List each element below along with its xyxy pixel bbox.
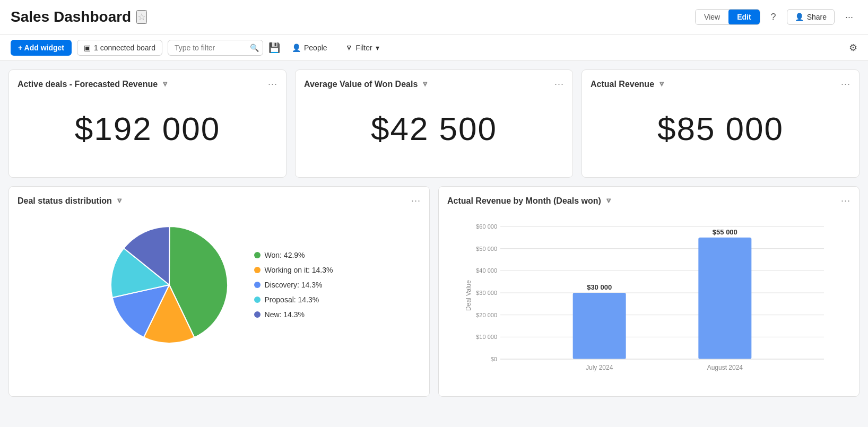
svg-text:$55 000: $55 000 <box>713 228 737 236</box>
legend-label: Discovery: 14.3% <box>265 281 323 289</box>
legend-label: Proposal: 14.3% <box>265 295 319 304</box>
actual-revenue-menu-button[interactable]: ··· <box>841 79 850 90</box>
star-button[interactable]: ☆ <box>136 10 147 24</box>
active-deals-menu-button[interactable]: ··· <box>268 79 277 90</box>
top-row: Active deals - Forecasted Revenue ⛛ ··· … <box>8 69 860 178</box>
share-icon: 👤 <box>795 13 804 21</box>
svg-text:$40 000: $40 000 <box>476 267 497 274</box>
bar-chart-area: Deal Value$0$10 000$20 000$30 000$40 000… <box>447 211 850 388</box>
active-deals-widget: Active deals - Forecasted Revenue ⛛ ··· … <box>8 69 287 178</box>
pie-legend: Won: 42.9%Working on it: 14.3%Discovery:… <box>254 251 333 319</box>
legend-item: Proposal: 14.3% <box>254 295 333 304</box>
connected-board-label: 1 connected board <box>94 43 155 52</box>
legend-item: Won: 42.9% <box>254 251 333 259</box>
save-icon-button[interactable]: 💾 <box>268 42 280 54</box>
header-right: View Edit ? 👤 Share ··· <box>695 9 857 25</box>
actual-revenue-header: Actual Revenue ⛛ ··· <box>591 79 850 90</box>
svg-text:Deal Value: Deal Value <box>465 280 472 311</box>
svg-text:July 2024: July 2024 <box>586 364 613 371</box>
svg-text:$60 000: $60 000 <box>476 223 497 230</box>
active-deals-filter-icon: ⛛ <box>162 80 169 88</box>
legend-dot <box>254 252 261 258</box>
page-title: Sales Dashboard <box>11 8 131 25</box>
deal-status-filter-icon: ⛛ <box>116 197 123 205</box>
legend-label: Working on it: 14.3% <box>265 266 333 274</box>
share-button[interactable]: 👤 Share <box>787 9 835 25</box>
pie-chart <box>106 221 233 348</box>
deal-status-title: Deal status distribution ⛛ <box>18 196 123 206</box>
deal-status-menu-button[interactable]: ··· <box>411 195 421 206</box>
svg-text:$0: $0 <box>491 356 497 362</box>
avg-value-widget: Average Value of Won Deals ⛛ ··· $42 500 <box>295 69 573 178</box>
active-deals-value: $192 000 <box>18 94 277 169</box>
deal-status-widget: Deal status distribution ⛛ ··· Won: 42.9… <box>8 186 430 397</box>
filter-button[interactable]: ⛛ Filter ▾ <box>339 40 386 55</box>
avg-value-header: Average Value of Won Deals ⛛ ··· <box>304 79 564 90</box>
actual-revenue-filter-icon: ⛛ <box>658 80 665 88</box>
bottom-row: Deal status distribution ⛛ ··· Won: 42.9… <box>8 186 860 397</box>
legend-dot <box>254 297 261 303</box>
avg-value-title: Average Value of Won Deals ⛛ <box>304 80 429 89</box>
active-deals-title: Active deals - Forecasted Revenue ⛛ <box>18 80 169 89</box>
active-deals-header: Active deals - Forecasted Revenue ⛛ ··· <box>18 79 277 90</box>
toolbar: + Add widget ▣ 1 connected board 🔍 💾 👤 P… <box>0 34 868 61</box>
revenue-by-month-widget: Actual Revenue by Month (Deals won) ⛛ ··… <box>438 186 860 397</box>
avg-value-filter-icon: ⛛ <box>422 80 429 88</box>
avg-value-value: $42 500 <box>304 94 564 169</box>
dashboard-content: Active deals - Forecasted Revenue ⛛ ··· … <box>0 61 868 405</box>
legend-label: Won: 42.9% <box>265 251 305 259</box>
revenue-by-month-title: Actual Revenue by Month (Deals won) ⛛ <box>447 196 612 206</box>
header-left: Sales Dashboard ☆ <box>11 8 147 25</box>
help-button[interactable]: ? <box>767 10 780 25</box>
svg-text:$20 000: $20 000 <box>476 312 497 318</box>
more-options-button[interactable]: ··· <box>841 10 857 25</box>
legend-dot <box>254 267 261 273</box>
legend-item: New: 14.3% <box>254 310 333 319</box>
svg-text:$50 000: $50 000 <box>476 246 497 252</box>
edit-button[interactable]: Edit <box>728 10 759 24</box>
svg-text:August 2024: August 2024 <box>707 364 743 371</box>
revenue-by-month-menu-button[interactable]: ··· <box>841 195 850 206</box>
svg-rect-18 <box>698 238 751 359</box>
svg-rect-15 <box>573 293 626 359</box>
svg-text:$30 000: $30 000 <box>587 283 612 291</box>
svg-text:$10 000: $10 000 <box>476 334 497 340</box>
legend-dot <box>254 282 261 288</box>
deal-status-header: Deal status distribution ⛛ ··· <box>18 195 421 206</box>
add-widget-button[interactable]: + Add widget <box>11 40 72 56</box>
actual-revenue-title: Actual Revenue ⛛ <box>591 80 665 89</box>
filter-chevron-icon: ▾ <box>376 43 379 52</box>
view-edit-group: View Edit <box>695 9 760 25</box>
people-button[interactable]: 👤 People <box>285 40 334 55</box>
view-button[interactable]: View <box>696 10 728 24</box>
filter-label: Filter <box>356 43 372 52</box>
bar-chart: Deal Value$0$10 000$20 000$30 000$40 000… <box>447 216 850 386</box>
actual-revenue-value: $85 000 <box>591 94 850 169</box>
legend-item: Working on it: 14.3% <box>254 266 333 274</box>
people-icon: 👤 <box>292 43 301 52</box>
filter-input[interactable] <box>168 40 263 56</box>
svg-text:$30 000: $30 000 <box>476 290 497 296</box>
toolbar-right: ⚙ <box>849 42 857 54</box>
filter-input-wrap: 🔍 <box>168 40 263 56</box>
revenue-by-month-filter-icon: ⛛ <box>605 197 612 205</box>
share-label: Share <box>807 13 827 21</box>
pie-container: Won: 42.9%Working on it: 14.3%Discovery:… <box>18 211 421 359</box>
revenue-by-month-header: Actual Revenue by Month (Deals won) ⛛ ··… <box>447 195 850 206</box>
legend-label: New: 14.3% <box>265 310 305 319</box>
search-icon: 🔍 <box>250 43 259 52</box>
legend-dot <box>254 311 261 318</box>
dashboard-settings-button[interactable]: ⚙ <box>849 42 857 54</box>
avg-value-menu-button[interactable]: ··· <box>554 79 564 90</box>
legend-item: Discovery: 14.3% <box>254 281 333 289</box>
board-icon: ▣ <box>84 43 91 52</box>
actual-revenue-widget: Actual Revenue ⛛ ··· $85 000 <box>581 69 860 178</box>
connected-board-button[interactable]: ▣ 1 connected board <box>77 40 162 56</box>
app-header: Sales Dashboard ☆ View Edit ? 👤 Share ··… <box>0 0 868 34</box>
filter-icon: ⛛ <box>345 43 353 52</box>
people-label: People <box>304 43 327 52</box>
